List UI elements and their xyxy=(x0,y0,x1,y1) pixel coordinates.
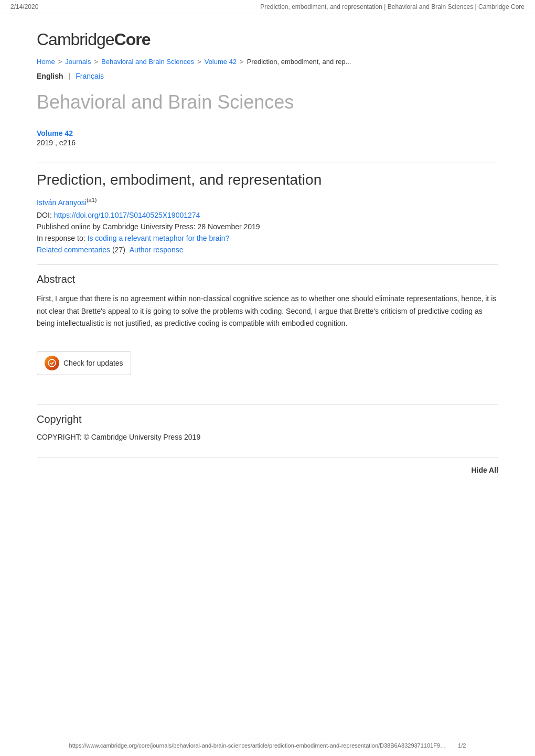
language-french[interactable]: Français xyxy=(76,72,104,80)
author-line: István Aranyosi(a1) xyxy=(37,197,498,207)
breadcrumb-home[interactable]: Home xyxy=(37,58,55,66)
logo-cambridge: Cambridge xyxy=(37,30,114,49)
in-response-link[interactable]: Is coding a relevant metaphor for the br… xyxy=(88,234,230,242)
page-title-label: Prediction, embodiment, and representati… xyxy=(260,3,525,10)
volume-year: 2019 , e216 xyxy=(37,139,498,147)
in-response-label: In response to: xyxy=(37,234,85,242)
copyright-title: Copyright xyxy=(37,413,498,425)
main-content: Cambridge Core Home > Journals > Behavio… xyxy=(16,14,519,506)
journal-title: Behavioral and Brain Sciences xyxy=(37,91,498,113)
top-bar: 2/14/2020 Prediction, embodiment, and re… xyxy=(0,0,535,14)
language-bar: English | Français xyxy=(37,72,498,80)
related-commentaries-link[interactable]: Related commentaries xyxy=(37,246,110,254)
breadcrumb-current: Prediction, embodiment, and rep... xyxy=(247,58,351,66)
breadcrumb-sep4: > xyxy=(240,58,244,66)
breadcrumb-journal[interactable]: Behavioral and Brain Sciences xyxy=(101,58,194,66)
doi-url[interactable]: https://doi.org/10.1017/S0140525X1900127… xyxy=(54,211,200,219)
logo: Cambridge Core xyxy=(37,30,498,49)
abstract-title: Abstract xyxy=(37,273,498,285)
divider-3 xyxy=(37,404,498,405)
author-response-link[interactable]: Author response xyxy=(130,246,184,254)
commentaries-line: Related commentaries (27) Author respons… xyxy=(37,246,498,254)
breadcrumb-sep2: > xyxy=(94,58,98,66)
author-name[interactable]: István Aranyosi xyxy=(37,198,87,207)
copyright-text: COPYRIGHT: © Cambridge University Press … xyxy=(37,433,498,441)
logo-core: Core xyxy=(114,30,151,49)
author-affiliation: (a1) xyxy=(87,197,97,203)
check-updates-button[interactable]: Check for updates xyxy=(37,351,131,375)
divider-1 xyxy=(37,163,498,163)
breadcrumb: Home > Journals > Behavioral and Brain S… xyxy=(37,58,498,66)
hide-all-container: Hide All xyxy=(37,457,498,474)
svg-point-0 xyxy=(48,359,56,367)
breadcrumb-sep3: > xyxy=(197,58,201,66)
abstract-text: First, I argue that there is no agreemen… xyxy=(37,293,498,330)
check-updates-icon xyxy=(45,356,59,370)
breadcrumb-journals[interactable]: Journals xyxy=(65,58,91,66)
commentaries-count: (27) xyxy=(112,246,125,254)
date-label: 2/14/2020 xyxy=(10,3,38,10)
copyright-section: Copyright COPYRIGHT: © Cambridge Univers… xyxy=(37,413,498,441)
doi-line: DOI: https://doi.org/10.1017/S0140525X19… xyxy=(37,211,498,219)
published-line: Published online by Cambridge University… xyxy=(37,222,498,231)
check-updates-label: Check for updates xyxy=(63,359,123,367)
breadcrumb-volume[interactable]: Volume 42 xyxy=(205,58,237,66)
article-title: Prediction, embodiment, and representati… xyxy=(37,172,498,188)
divider-2 xyxy=(37,264,498,265)
doi-label: DOI: xyxy=(37,211,52,219)
hide-all-button[interactable]: Hide All xyxy=(471,466,498,474)
language-english[interactable]: English xyxy=(37,72,63,80)
language-divider: | xyxy=(69,72,71,80)
in-response-line: In response to: Is coding a relevant met… xyxy=(37,234,498,242)
volume-link[interactable]: Volume 42 xyxy=(37,129,498,137)
breadcrumb-sep1: > xyxy=(58,58,62,66)
